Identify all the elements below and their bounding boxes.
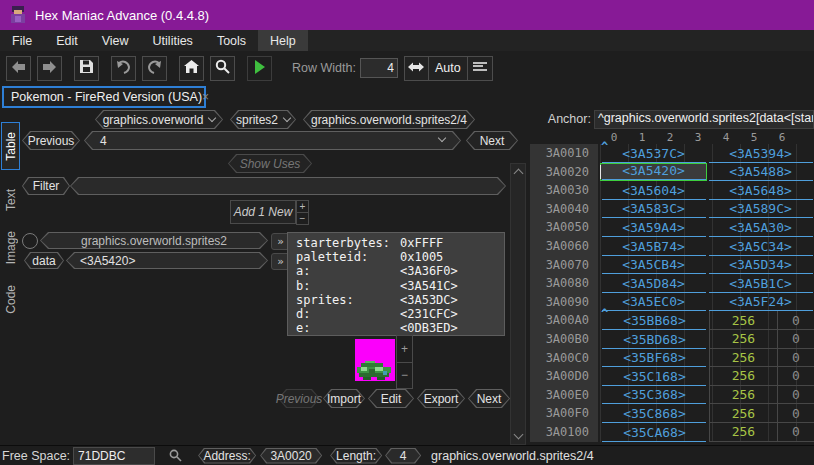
pointer-link[interactable]: <3A589C> [709,201,813,218]
fit-width-button[interactable] [404,56,429,81]
hex-cell-pointer[interactable]: <35C368> [600,386,709,405]
left-panel-scrollbar[interactable] [510,163,526,445]
address-value-field[interactable]: 3A0020 [260,448,322,464]
hex-cell-value[interactable]: 0 [777,311,814,330]
breadcrumb-item[interactable]: graphics.overworld [95,110,223,129]
hex-cell-pointer[interactable]: <35C868> [600,404,709,423]
save-button[interactable] [74,56,99,81]
pointer-link[interactable]: <3A5420> [602,163,706,180]
search-button[interactable] [210,56,235,81]
pointer-link[interactable]: <35CA68> [602,425,706,442]
length-value-field[interactable]: 4 [385,448,421,464]
auto-width-button[interactable]: Auto [429,56,468,81]
export-sprite-button[interactable]: Export [417,389,465,408]
hex-cell-pointer[interactable]: <35BF68> [600,349,709,368]
hex-cell-pointer[interactable]: <35BD68> [600,330,709,349]
pointer-link[interactable]: <35BD68> [602,332,706,349]
hex-cell-value[interactable]: 256 [709,330,777,349]
hex-cell-value[interactable]: 0 [777,349,814,368]
hex-cell-pointer[interactable]: <35C168> [600,367,709,386]
hex-cell-pointer[interactable]: <3A5648> [707,181,814,200]
hex-cell-pointer[interactable]: <3A5A30> [707,218,814,237]
pointer-link[interactable]: <35C168> [602,369,706,386]
hex-cell-value[interactable]: 0 [777,367,814,386]
pointer-link[interactable]: <3A5604> [602,183,706,200]
hex-cell-value[interactable]: 256 [709,404,777,423]
hex-cell-pointer[interactable]: <3A5EC0> [600,293,707,312]
sidebar-item-table[interactable]: Table [1,122,20,170]
hex-cell-pointer[interactable]: <3A5488> [707,163,814,182]
pointer-link[interactable]: <35C868> [602,406,706,423]
show-uses-button[interactable]: Show Uses [228,154,312,173]
tab-close-icon[interactable]: × [202,90,209,104]
record-properties-editor[interactable]: starterbytes:0xFFFFpaletteid:0x1005a:<3A… [287,232,505,336]
add-count-increase-button[interactable]: + [296,200,309,213]
menu-item-edit[interactable]: Edit [44,30,90,51]
hex-cell-pointer[interactable]: <3A5D84> [600,274,707,293]
pointer-link[interactable]: <3A5C34> [709,239,813,256]
hex-cell-pointer[interactable]: <3A59A4> [600,218,707,237]
edit-sprite-button[interactable]: Edit [368,389,414,408]
hex-cell-pointer[interactable]: <3A589C> [707,200,814,219]
hex-cell-value[interactable]: 0 [777,386,814,405]
hex-grid[interactable]: ^<3A537C><3A5394><3A5420><3A5488><3A5604… [600,144,814,442]
menu-item-help[interactable]: Help [258,30,308,51]
hex-cell-pointer[interactable]: <3A5394> [707,144,814,163]
back-button[interactable] [6,56,31,81]
hex-cell-value[interactable]: 256 [709,311,777,330]
line-layout-button[interactable] [468,56,493,81]
sidebar-item-code[interactable]: Code [1,280,20,318]
hex-cell-value[interactable]: 256 [709,349,777,368]
scroll-up-icon[interactable] [514,169,524,179]
hex-cell-pointer[interactable]: <3A5B1C> [707,274,814,293]
hex-cell-pointer[interactable]: <3A5420> [600,163,707,182]
hex-cell-value[interactable]: 256 [709,423,777,442]
menu-item-tools[interactable]: Tools [205,30,258,51]
scroll-down-icon[interactable] [514,430,524,440]
run-button[interactable] [247,56,272,81]
pointer-link[interactable]: <3A5394> [709,146,813,163]
pointer-link[interactable]: <3A5D84> [602,276,706,293]
pointer-link[interactable]: <3A5A30> [709,220,813,237]
hex-cell-pointer[interactable]: <3A5D34> [707,256,814,275]
hex-cell-pointer[interactable]: <35CA68> [600,423,709,442]
import-sprite-button[interactable]: Import [323,389,365,408]
free-space-search-icon[interactable] [169,449,182,462]
forward-button[interactable] [37,56,62,81]
hex-cell-value[interactable]: 0 [777,404,814,423]
sidebar-item-image[interactable]: Image [1,226,20,270]
hex-cell-pointer[interactable]: <3A5C34> [707,237,814,256]
add-count-decrease-button[interactable]: − [296,213,309,225]
menu-item-utilities[interactable]: Utilities [141,30,205,51]
sprite-zoom-out-button[interactable]: − [397,363,412,389]
pointer-link[interactable]: <3A583C> [602,201,706,218]
group-name-field[interactable]: graphics.overworld.sprites2 [40,232,268,249]
pointer-link[interactable]: <35C368> [602,387,706,404]
pointer-link[interactable]: <3A537C> [602,146,706,163]
free-space-input[interactable] [73,447,155,465]
menu-item-view[interactable]: View [90,30,141,51]
menu-item-file[interactable]: File [0,30,44,51]
pointer-link[interactable]: <3A59A4> [602,220,706,237]
pointer-link[interactable]: <35BF68> [602,350,706,367]
sidebar-item-text[interactable]: Text [1,182,20,218]
hex-cell-pointer[interactable]: <3A583C> [600,200,707,219]
hex-cell-value[interactable]: 256 [709,367,777,386]
hex-cell-pointer[interactable]: <3A5CB4> [600,256,707,275]
pointer-link[interactable]: <3A5648> [709,183,813,200]
hex-cell-value[interactable]: 256 [709,386,777,405]
pointer-link[interactable]: <3A5CB4> [602,257,706,274]
data-pointer-field[interactable]: <3A5420> [66,252,268,269]
sprite-preview[interactable] [355,339,395,381]
pointer-link[interactable]: <3A5F24> [709,294,813,311]
previous-record-button[interactable]: Previous [22,131,80,150]
anchor-input[interactable]: ^graphics.overworld.sprites2[data<[start [594,110,814,129]
next-sprite-button[interactable]: Next [468,389,510,408]
row-width-input[interactable] [360,58,398,78]
sprite-zoom-in-button[interactable]: + [397,336,412,363]
breadcrumb-item[interactable]: sprites2 [230,110,296,129]
undo-button[interactable] [111,56,136,81]
pointer-link[interactable]: <3A5488> [709,164,813,181]
add-new-button[interactable]: Add 1 New [230,200,296,224]
redo-button[interactable] [142,56,167,81]
